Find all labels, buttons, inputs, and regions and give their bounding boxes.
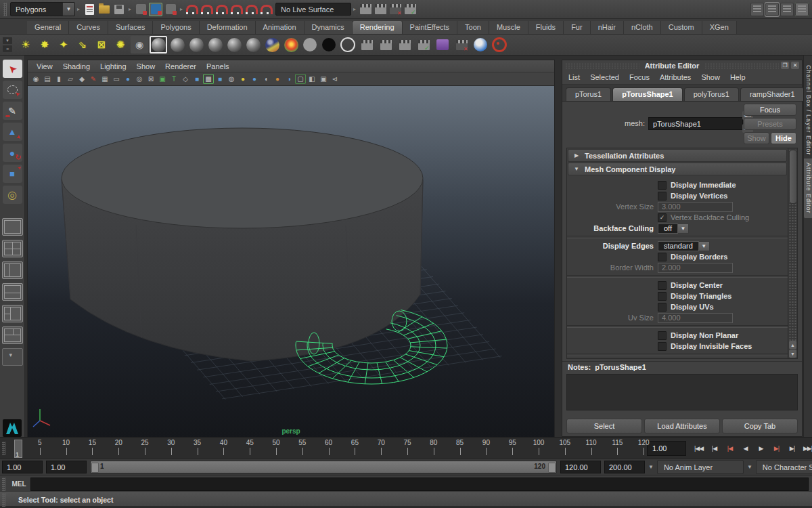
attribute-editor-titlebar[interactable]: Attribute Editor ❐ ✕ — [562, 60, 802, 70]
select-button[interactable]: Select — [566, 419, 642, 433]
display-immediate-checkbox[interactable] — [658, 181, 667, 190]
wireframe-mode-icon[interactable]: ◇ — [180, 74, 191, 84]
anim-layer-selector[interactable]: No Anim Layer — [657, 460, 744, 474]
display-invisible-faces-checkbox[interactable] — [658, 342, 667, 351]
viewport-menu-shading[interactable]: Shading — [63, 62, 90, 70]
display-borders-checkbox[interactable] — [658, 253, 667, 261]
node-links-icon[interactable]: ⊲ — [330, 74, 340, 84]
toon-outline-icon[interactable] — [491, 36, 508, 54]
lasso-tool-button[interactable] — [3, 81, 22, 99]
layered-shader-icon[interactable] — [244, 36, 262, 54]
group-collapse-arrow[interactable]: ▸ — [129, 6, 131, 12]
viewport-menu-panels[interactable]: Panels — [206, 62, 229, 70]
shelf-tab-arrow-icon[interactable]: ▾ — [3, 37, 12, 44]
four-pane-layout-button[interactable] — [2, 240, 23, 257]
textured-mode-icon[interactable]: ▩ — [203, 74, 214, 84]
safe-action-icon[interactable]: ▣ — [157, 74, 168, 84]
load-attributes-button[interactable]: Load Attributes — [644, 419, 720, 433]
hypergraph-persp-layout-button[interactable] — [2, 305, 23, 322]
shelf-tab-dynamics[interactable]: Dynamics — [304, 21, 353, 34]
ipr-render-shelf-icon[interactable] — [377, 36, 394, 54]
motion-blur-icon[interactable]: ● — [249, 74, 260, 84]
custom-layout-menu-button[interactable] — [2, 348, 23, 366]
paint-select-tool-button[interactable] — [3, 102, 22, 120]
vertex-size-field[interactable]: 3.000 — [658, 202, 733, 212]
current-time-field[interactable]: 1.00 — [647, 441, 686, 456]
group-collapse-arrow[interactable]: ▸ — [77, 6, 80, 12]
go-to-start-button[interactable]: |◀◀ — [692, 441, 706, 456]
shelf-menu-icon[interactable]: ≡ — [3, 45, 12, 52]
point-light-icon[interactable]: ☀ — [17, 36, 35, 54]
bookmarks-icon[interactable]: ▮ — [53, 74, 64, 84]
persp-outliner-graph-layout-button[interactable] — [2, 326, 23, 344]
area-light-icon[interactable]: ⊠ — [93, 36, 110, 54]
close-icon[interactable]: ✕ — [791, 62, 799, 69]
shelf-tab-rendering[interactable]: Rendering — [353, 21, 403, 34]
ipr-render-icon[interactable] — [388, 3, 402, 16]
camera-attributes-icon[interactable]: ▤ — [42, 74, 53, 84]
isolate-select-icon[interactable]: ▢ — [295, 74, 306, 84]
viewport-menu-view[interactable]: View — [37, 62, 53, 70]
toolbar-grip[interactable] — [3, 3, 7, 16]
tool-settings-toggle-icon[interactable] — [780, 3, 794, 16]
outliner-persp-layout-button[interactable] — [2, 261, 23, 279]
section-header-tessellation-attributes[interactable]: ▶Tessellation Attributes — [568, 149, 787, 162]
shadows-icon[interactable]: ◍ — [226, 74, 237, 84]
wire-on-shaded-icon[interactable]: ▣ — [318, 74, 329, 84]
range-slider-bar[interactable]: 1 120 — [90, 461, 557, 473]
open-scene-icon[interactable] — [97, 3, 111, 16]
current-frame-marker[interactable]: 1 — [14, 440, 22, 458]
shelf-tab-ncloth[interactable]: nCloth — [624, 21, 661, 34]
make-live-icon[interactable] — [260, 3, 273, 16]
ae-tab-ptorusshape1[interactable]: pTorusShape1 — [612, 87, 683, 101]
select-components-icon[interactable] — [164, 3, 177, 16]
mel-input[interactable] — [30, 478, 809, 491]
ae-menu-focus[interactable]: Focus — [629, 73, 650, 81]
snap-to-grids-icon[interactable] — [185, 3, 199, 16]
playback-end-field[interactable]: 120.00 — [560, 461, 601, 473]
exposure-icon[interactable]: ● — [272, 74, 283, 84]
save-scene-icon[interactable] — [112, 3, 126, 16]
cancel-batch-render-icon[interactable] — [453, 36, 470, 54]
ae-menu-selected[interactable]: Selected — [590, 73, 619, 81]
select-tool-button[interactable] — [3, 60, 22, 78]
ocean-shader-icon[interactable] — [263, 36, 281, 54]
mesh-name-field[interactable]: pTorusShape1 — [648, 117, 743, 130]
shelf-tab-polygons[interactable]: Polygons — [153, 21, 199, 34]
animation-start-field[interactable]: 1.00 — [2, 461, 43, 473]
default-material-icon[interactable]: ◧ — [307, 74, 317, 84]
spot-light-icon[interactable]: ✸ — [36, 36, 53, 54]
character-set-selector[interactable]: No Character Set — [756, 460, 812, 474]
ae-tab-rampshader1[interactable]: rampShader1 — [740, 87, 805, 101]
safe-title-icon[interactable]: T — [168, 74, 179, 84]
timeline-track[interactable]: 1 51015202530354045505560657075808590951… — [7, 438, 647, 459]
display-vertices-checkbox[interactable] — [658, 192, 667, 200]
viewport-canvas[interactable]: persp — [28, 86, 554, 438]
gate-mask-icon[interactable]: ◎ — [134, 74, 145, 84]
float-panel-icon[interactable]: ❐ — [781, 62, 789, 69]
render-settings-shelf-icon[interactable] — [415, 36, 432, 54]
select-hierarchy-icon[interactable] — [134, 3, 148, 16]
select-camera-icon[interactable]: ◉ — [30, 74, 41, 84]
viewport-menu-show[interactable]: Show — [137, 62, 156, 70]
show-button[interactable]: Show — [744, 132, 769, 144]
group-collapse-arrow[interactable]: ▸ — [180, 6, 183, 12]
step-back-key-button[interactable]: |◀ — [723, 441, 737, 456]
ambient-occlusion-icon[interactable]: ● — [238, 74, 248, 84]
image-plane-icon[interactable]: ▱ — [65, 74, 76, 84]
attribute-editor-vertical-tab[interactable]: Attribute Editor — [804, 158, 812, 218]
chevron-down-icon[interactable]: ▼ — [678, 224, 689, 234]
channel-box-toggle-icon[interactable] — [765, 3, 779, 16]
ae-menu-help[interactable]: Help — [730, 73, 746, 81]
paint-tool-icon[interactable]: ✎ — [88, 74, 99, 84]
ambient-light-icon[interactable]: ✦ — [55, 36, 72, 54]
shelf-tab-general[interactable]: General — [27, 21, 69, 34]
grid-toggle-icon[interactable]: ▦ — [99, 74, 110, 84]
phong-material-icon[interactable] — [206, 36, 224, 54]
snap-to-projected-center-icon[interactable] — [230, 3, 244, 16]
chevron-down-icon[interactable]: ▼ — [648, 464, 654, 470]
lambert-material-icon[interactable] — [187, 36, 205, 54]
command-line-grip[interactable] — [2, 478, 5, 491]
shading-map-icon[interactable] — [301, 36, 319, 54]
shelf-tab-fluids[interactable]: Fluids — [528, 21, 564, 34]
